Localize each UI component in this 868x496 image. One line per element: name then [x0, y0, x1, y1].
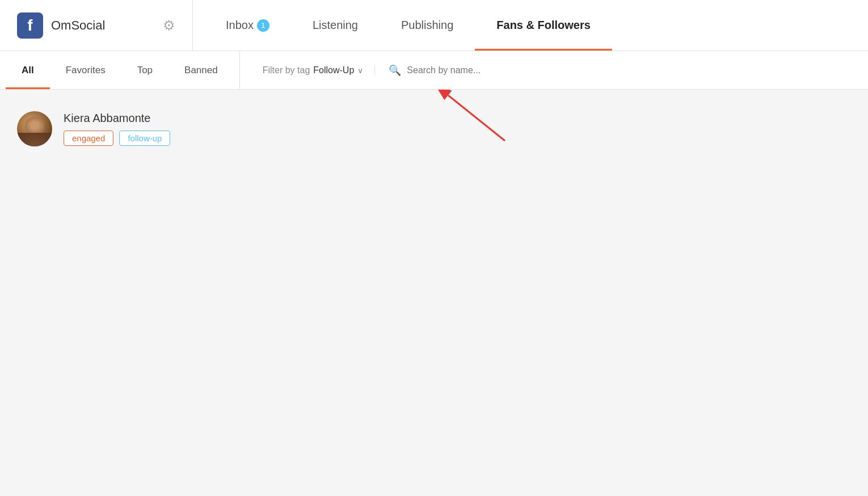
app-name: OmSocial: [51, 18, 105, 33]
tab-inbox-label: Inbox: [226, 19, 254, 32]
gear-icon[interactable]: ⚙: [163, 18, 175, 33]
brand-section: f OmSocial ⚙: [0, 0, 193, 51]
filter-top[interactable]: Top: [121, 51, 168, 89]
fan-info: Kiera Abbamonte engaged follow-up: [64, 112, 170, 146]
tab-fans-followers[interactable]: Fans & Followers: [475, 0, 612, 51]
search-input[interactable]: [407, 65, 532, 75]
chevron-down-icon: ∨: [357, 66, 363, 75]
filter-tabs: All Favorites Top Banned: [0, 51, 240, 89]
fans-content: Kiera Abbamonte engaged follow-up: [0, 90, 868, 496]
tag-filter-label: Filter by tag: [263, 65, 310, 75]
tab-listening[interactable]: Listening: [291, 0, 380, 51]
filter-favorites[interactable]: Favorites: [50, 51, 121, 89]
filter-banned[interactable]: Banned: [168, 51, 234, 89]
fan-tags: engaged follow-up: [64, 131, 170, 146]
filter-top-label: Top: [137, 65, 153, 76]
filter-favorites-label: Favorites: [66, 65, 106, 76]
tab-publishing-label: Publishing: [401, 19, 453, 32]
tag-engaged[interactable]: engaged: [64, 131, 113, 146]
fan-card: Kiera Abbamonte engaged follow-up: [0, 101, 868, 157]
facebook-icon: f: [17, 12, 43, 39]
tab-publishing[interactable]: Publishing: [380, 0, 475, 51]
tab-fans-label: Fans & Followers: [496, 19, 591, 32]
inbox-badge: 1: [257, 19, 269, 32]
filter-all[interactable]: All: [6, 51, 50, 89]
filter-banned-label: Banned: [184, 65, 218, 76]
tag-filter-dropdown[interactable]: Filter by tag Follow-Up ∨: [251, 65, 376, 75]
tab-listening-label: Listening: [313, 19, 358, 32]
fan-name: Kiera Abbamonte: [64, 112, 170, 125]
main-nav: Inbox 1 Listening Publishing Fans & Foll…: [193, 0, 868, 51]
filter-right: Filter by tag Follow-Up ∨ 🔍: [240, 64, 868, 77]
search-icon: 🔍: [389, 64, 401, 77]
app-header: f OmSocial ⚙ Inbox 1 Listening Publishin…: [0, 0, 868, 51]
search-section: 🔍: [375, 64, 545, 77]
filter-all-label: All: [22, 65, 34, 76]
tag-followup[interactable]: follow-up: [119, 131, 170, 146]
filter-bar: All Favorites Top Banned Filter by tag F…: [0, 51, 868, 90]
tag-filter-selected: Follow-Up: [313, 65, 354, 75]
tab-inbox[interactable]: Inbox 1: [204, 0, 291, 51]
avatar: [17, 111, 52, 146]
